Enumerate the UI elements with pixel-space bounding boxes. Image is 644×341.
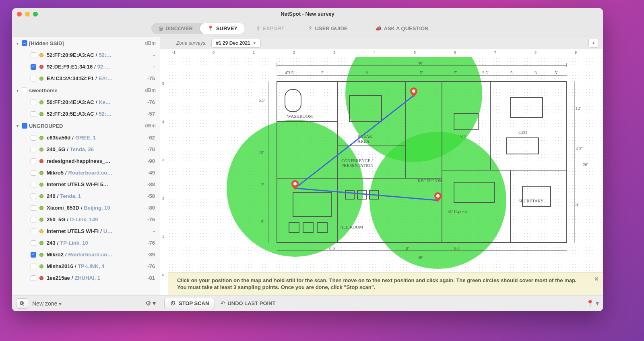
add-survey-button[interactable]: + <box>588 39 599 48</box>
discover-tab[interactable]: ◎ DISCOVER <box>151 23 200 34</box>
network-row[interactable]: Internet UTELS Wi-FI 5… -88 <box>12 179 160 190</box>
signal-strength-icon <box>39 100 43 104</box>
floorplan: WASHROOM BREAK AREA CONFERENCE / PRESENT… <box>229 57 583 263</box>
close-icon[interactable]: ✕ <box>594 275 599 283</box>
dbm-value: -70 <box>140 146 155 152</box>
undo-last-point-button[interactable]: ↶ UNDO LAST POINT <box>221 300 275 306</box>
vendor-label: EA:… <box>99 75 113 81</box>
svg-rect-2 <box>277 81 567 243</box>
network-list[interactable]: ▾ [Hidden SSID] dBm 52:FF:20:9E:A3:AC / … <box>12 37 160 295</box>
fp-label: SECRETARY <box>518 198 544 203</box>
survey-selector[interactable]: #1 29 Dec 2021 ▼ <box>211 39 260 48</box>
row-checkbox[interactable] <box>31 64 36 70</box>
dbm-value: - <box>140 228 155 234</box>
group-checkbox[interactable] <box>22 87 27 93</box>
network-row[interactable]: EA:C3:2A:34:52:F1 / EA:… -75 <box>12 73 160 84</box>
ruler-tick: 6 <box>454 50 456 54</box>
row-checkbox[interactable] <box>31 275 36 281</box>
location-toggle-icon[interactable]: 📍 ▾ <box>586 299 599 307</box>
fp-dim: 5' <box>420 70 423 75</box>
scan-pin[interactable] <box>434 192 442 202</box>
signal-strength-icon <box>39 112 43 116</box>
survey-label: SURVEY <box>216 25 237 31</box>
signal-strength-icon <box>39 218 43 222</box>
maximize-button[interactable] <box>33 12 38 17</box>
row-checkbox[interactable] <box>31 229 36 234</box>
network-row[interactable]: 243 / TP-Link, 10 -76 <box>12 237 160 249</box>
row-checkbox[interactable] <box>31 182 36 187</box>
network-row[interactable]: Mikro5 / Routerboard.co… -49 <box>12 167 160 179</box>
scan-pin[interactable] <box>410 87 417 97</box>
network-group-header[interactable]: ▾ [Hidden SSID] dBm <box>12 37 160 49</box>
network-row[interactable]: 50:FF:20:4E:A3:AC / Ke… -76 <box>12 96 160 108</box>
minimize-button[interactable] <box>25 12 30 17</box>
stopwatch-icon: ⏱ <box>170 300 175 306</box>
ruler-tick: 5 <box>414 50 416 54</box>
dbm-value: -49 <box>140 170 155 176</box>
row-checkbox[interactable] <box>31 111 36 117</box>
stop-scan-button[interactable]: ⏱ STOP SCAN <box>164 298 215 309</box>
row-checkbox[interactable] <box>31 205 36 211</box>
network-row[interactable]: Misha2016 / TP-LINK, 4 -76 <box>12 260 160 272</box>
signal-strength-icon <box>39 241 43 245</box>
content-area: ▾ [Hidden SSID] dBm 52:FF:20:9E:A3:AC / … <box>12 37 603 311</box>
network-row[interactable]: redesigned-happiness_… -90 <box>12 155 160 167</box>
network-row[interactable]: Mikro2 / Routerboard.co… -39 <box>12 249 160 260</box>
vendor-label: Beijing, 10 <box>84 205 110 211</box>
add-ap-button[interactable]: + <box>16 298 28 309</box>
fp-dim: 5' <box>555 70 557 75</box>
ruler-horizontal: -10123456789 <box>160 49 603 57</box>
vendor-label: 92:… <box>97 64 110 70</box>
svg-rect-17 <box>510 98 543 118</box>
row-checkbox[interactable] <box>31 193 36 199</box>
network-row[interactable]: 240_5G / Tenda, 36 -70 <box>12 143 160 155</box>
dbm-value: - <box>140 64 155 70</box>
network-row[interactable]: c63ba56d / GREE, 1 -62 <box>12 132 160 143</box>
fp-dim: 3' <box>535 70 537 75</box>
ask-question-button[interactable]: 📣 ASK A QUESTION <box>375 25 429 31</box>
group-unit: dBm <box>145 87 156 93</box>
network-row[interactable]: 52:FF:20:9E:A3:AC / 52:… - <box>12 49 160 61</box>
survey-canvas[interactable]: WASHROOM BREAK AREA CONFERENCE / PRESENT… <box>168 57 603 295</box>
titlebar: NetSpot - New survey <box>12 8 603 20</box>
row-checkbox[interactable] <box>31 147 36 152</box>
ruler-tick: 4 <box>374 50 376 54</box>
network-row[interactable]: 240 / Tenda, 1 -58 <box>12 190 160 202</box>
row-checkbox[interactable] <box>31 158 36 164</box>
ruler-tick: 7 <box>494 50 496 54</box>
dbm-value: -76 <box>140 99 155 105</box>
row-checkbox[interactable] <box>31 135 36 141</box>
row-checkbox[interactable] <box>31 240 36 246</box>
row-checkbox[interactable] <box>31 264 36 269</box>
fp-label: WASHROOM <box>287 114 313 119</box>
row-checkbox[interactable] <box>31 76 36 81</box>
user-guide-button[interactable]: ？ USER GUIDE <box>308 25 348 32</box>
row-checkbox[interactable] <box>31 217 36 222</box>
export-button[interactable]: ⇪ EXPORT <box>256 25 284 31</box>
network-row[interactable]: 250_5G / D-Link, 149 -76 <box>12 214 160 225</box>
survey-tab[interactable]: 📍 SURVEY <box>200 23 245 34</box>
signal-strength-icon <box>39 65 43 69</box>
gear-icon[interactable]: ⚙︎ ▾ <box>145 299 156 307</box>
svg-point-36 <box>293 182 297 185</box>
chevron-down-icon: ▼ <box>253 41 256 45</box>
row-checkbox[interactable] <box>31 252 36 258</box>
network-row[interactable]: Internet UTELS Wi-FI / U… - <box>12 225 160 237</box>
network-row[interactable]: 92:DE:F9:E1:34:16 / 92:… - <box>12 61 160 73</box>
group-checkbox[interactable] <box>22 40 27 46</box>
close-button[interactable] <box>17 12 22 17</box>
scan-pin[interactable] <box>291 180 299 190</box>
svg-rect-22 <box>317 222 327 233</box>
network-group-header[interactable]: ▾ UNGROUPED dBm <box>12 120 160 132</box>
row-checkbox[interactable] <box>31 170 36 176</box>
network-row[interactable]: Xiaomi_853D / Beijing, 10 -80 <box>12 202 160 214</box>
ssid-label: 52:FF:20:5E:A3:AC <box>47 111 94 117</box>
network-row[interactable]: 1ee215ae / ZHUHAI, 1 -81 <box>12 272 160 284</box>
group-checkbox[interactable] <box>22 123 27 129</box>
network-row[interactable]: 52:FF:20:5E:A3:AC / 52:… -57 <box>12 108 160 120</box>
zone-dropdown[interactable]: New zone ▾ <box>32 300 141 307</box>
export-label: EXPORT <box>263 25 284 31</box>
row-checkbox[interactable] <box>31 52 36 58</box>
network-group-header[interactable]: ▾ sweethome dBm <box>12 84 160 96</box>
row-checkbox[interactable] <box>31 100 36 105</box>
